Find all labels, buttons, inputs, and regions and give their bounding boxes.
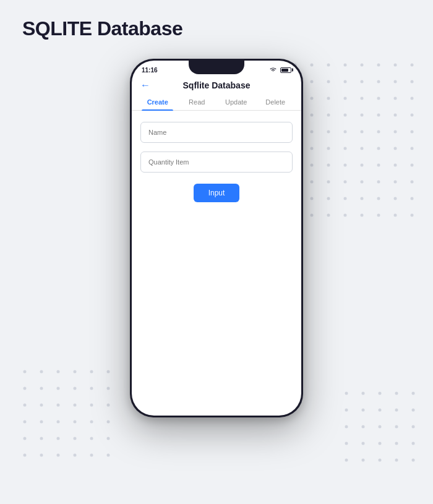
svg-point-107 <box>107 404 110 407</box>
svg-point-11 <box>311 80 314 83</box>
svg-point-133 <box>379 409 382 412</box>
svg-point-22 <box>344 97 347 100</box>
svg-point-100 <box>90 387 93 390</box>
svg-point-25 <box>394 97 397 100</box>
svg-point-74 <box>311 197 314 200</box>
svg-point-103 <box>40 404 43 407</box>
svg-point-78 <box>377 197 380 200</box>
svg-point-125 <box>107 454 110 457</box>
svg-point-84 <box>327 214 330 217</box>
phone-notch <box>189 61 244 74</box>
svg-point-117 <box>74 437 77 440</box>
svg-point-67 <box>344 181 347 184</box>
svg-point-75 <box>327 197 330 200</box>
tab-read[interactable]: Read <box>178 94 217 110</box>
svg-point-32 <box>361 114 364 117</box>
svg-point-135 <box>412 409 415 412</box>
svg-point-24 <box>377 97 380 100</box>
tab-delete[interactable]: Delete <box>256 94 296 110</box>
svg-point-3 <box>327 64 330 67</box>
svg-point-17 <box>411 80 414 83</box>
svg-point-71 <box>411 181 414 184</box>
tab-create[interactable]: Create <box>138 94 178 110</box>
svg-point-44 <box>411 130 414 134</box>
svg-point-130 <box>412 392 415 395</box>
svg-point-115 <box>40 437 43 440</box>
svg-point-134 <box>395 409 398 412</box>
svg-point-143 <box>379 442 382 445</box>
svg-point-43 <box>394 130 397 134</box>
svg-point-40 <box>344 130 347 134</box>
svg-point-110 <box>57 421 60 424</box>
svg-point-57 <box>327 164 330 167</box>
svg-point-50 <box>361 147 364 150</box>
svg-point-62 <box>411 164 414 167</box>
svg-point-60 <box>377 164 380 167</box>
svg-point-59 <box>361 164 364 167</box>
svg-point-136 <box>345 425 348 429</box>
svg-point-13 <box>344 80 347 83</box>
svg-point-48 <box>327 147 330 150</box>
svg-point-31 <box>344 114 347 117</box>
svg-point-68 <box>361 181 364 184</box>
svg-point-137 <box>362 425 365 429</box>
svg-point-94 <box>90 370 93 374</box>
svg-point-7 <box>394 64 397 67</box>
svg-point-83 <box>311 214 314 217</box>
svg-point-86 <box>361 214 364 217</box>
form-area: Input <box>132 111 301 213</box>
svg-point-39 <box>327 130 330 134</box>
svg-point-52 <box>394 147 397 150</box>
svg-point-5 <box>361 64 364 67</box>
svg-point-26 <box>411 97 414 100</box>
svg-point-87 <box>377 214 380 217</box>
svg-point-20 <box>311 97 314 100</box>
tab-bar: Create Read Update Delete <box>132 94 301 111</box>
svg-point-12 <box>327 80 330 83</box>
svg-point-144 <box>395 442 398 445</box>
svg-point-85 <box>344 214 347 217</box>
svg-point-70 <box>394 181 397 184</box>
svg-point-102 <box>24 404 27 407</box>
svg-point-126 <box>345 392 348 395</box>
svg-point-21 <box>327 97 330 100</box>
svg-point-129 <box>395 392 398 395</box>
svg-point-122 <box>57 454 60 457</box>
svg-point-96 <box>24 387 27 390</box>
svg-point-29 <box>311 114 314 117</box>
svg-point-111 <box>74 421 77 424</box>
app-header: ← Sqflite Database <box>132 77 301 94</box>
input-button[interactable]: Input <box>194 184 240 202</box>
back-button[interactable]: ← <box>140 80 150 91</box>
svg-point-118 <box>90 437 93 440</box>
svg-point-47 <box>311 147 314 150</box>
page-title: SQLITE Database <box>22 17 182 40</box>
dot-grid-bottom-right <box>340 387 421 470</box>
svg-point-66 <box>327 181 330 184</box>
name-input[interactable] <box>140 122 293 143</box>
svg-point-38 <box>311 130 314 134</box>
svg-point-77 <box>361 197 364 200</box>
svg-point-93 <box>74 370 77 374</box>
svg-point-2 <box>311 64 314 67</box>
quantity-input[interactable] <box>140 152 293 173</box>
svg-point-49 <box>344 147 347 150</box>
status-time: 11:16 <box>142 67 158 74</box>
tab-update[interactable]: Update <box>216 94 256 110</box>
svg-point-91 <box>40 370 43 374</box>
svg-point-123 <box>74 454 77 457</box>
svg-point-33 <box>377 114 380 117</box>
svg-point-145 <box>412 442 415 445</box>
status-icons <box>269 67 291 73</box>
svg-point-34 <box>394 114 397 117</box>
svg-point-108 <box>24 421 27 424</box>
svg-point-51 <box>377 147 380 150</box>
svg-point-4 <box>344 64 347 67</box>
svg-point-109 <box>40 421 43 424</box>
phone-frame: 11:16 ← Sqflite Database <box>130 59 303 417</box>
svg-point-30 <box>327 114 330 117</box>
svg-point-142 <box>362 442 365 445</box>
svg-point-105 <box>74 404 77 407</box>
svg-point-99 <box>74 387 77 390</box>
svg-point-116 <box>57 437 60 440</box>
